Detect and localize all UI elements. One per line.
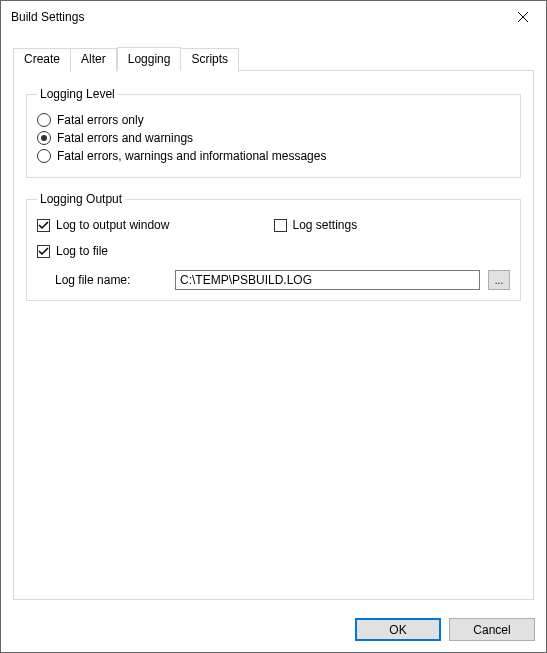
radio-fatal-warnings[interactable] (37, 131, 51, 145)
radio-fatal-all-label: Fatal errors, warnings and informational… (57, 149, 326, 163)
tab-alter[interactable]: Alter (71, 48, 117, 72)
close-icon (518, 12, 528, 22)
titlebar: Build Settings (1, 1, 546, 33)
cancel-button[interactable]: Cancel (449, 618, 535, 641)
check-log-settings[interactable] (274, 219, 287, 232)
check-log-file-row[interactable]: Log to file (37, 244, 274, 258)
radio-fatal-warnings-label: Fatal errors and warnings (57, 131, 193, 145)
radio-fatal-warnings-row[interactable]: Fatal errors and warnings (37, 131, 510, 145)
radio-fatal-only-label: Fatal errors only (57, 113, 144, 127)
tab-bar: Create Alter Logging Scripts (13, 47, 534, 71)
log-file-label: Log file name: (37, 273, 167, 287)
tab-page-logging: Logging Level Fatal errors only Fatal er… (13, 70, 534, 600)
logging-output-legend: Logging Output (37, 192, 125, 206)
browse-button[interactable]: ... (488, 270, 510, 290)
log-file-row: Log file name: ... (37, 270, 510, 290)
radio-fatal-all[interactable] (37, 149, 51, 163)
tab-logging[interactable]: Logging (117, 47, 182, 71)
window-title: Build Settings (11, 10, 500, 24)
dialog-footer: OK Cancel (355, 618, 535, 641)
radio-fatal-all-row[interactable]: Fatal errors, warnings and informational… (37, 149, 510, 163)
check-log-output-label: Log to output window (56, 218, 169, 232)
check-log-output-row[interactable]: Log to output window (37, 218, 274, 232)
check-log-file[interactable] (37, 245, 50, 258)
check-log-settings-row[interactable]: Log settings (274, 218, 511, 232)
tab-create[interactable]: Create (13, 48, 71, 72)
logging-level-group: Logging Level Fatal errors only Fatal er… (26, 87, 521, 178)
check-icon (38, 220, 49, 231)
close-button[interactable] (500, 2, 546, 32)
check-log-output[interactable] (37, 219, 50, 232)
check-icon (38, 246, 49, 257)
check-log-file-label: Log to file (56, 244, 108, 258)
logging-level-legend: Logging Level (37, 87, 118, 101)
content-area: Create Alter Logging Scripts Logging Lev… (1, 33, 546, 600)
ellipsis-icon: ... (495, 275, 503, 286)
check-log-settings-label: Log settings (293, 218, 358, 232)
radio-fatal-only[interactable] (37, 113, 51, 127)
log-file-input[interactable] (175, 270, 480, 290)
radio-fatal-only-row[interactable]: Fatal errors only (37, 113, 510, 127)
ok-button[interactable]: OK (355, 618, 441, 641)
tab-scripts[interactable]: Scripts (181, 48, 239, 72)
logging-output-group: Logging Output Log to output window Log … (26, 192, 521, 301)
